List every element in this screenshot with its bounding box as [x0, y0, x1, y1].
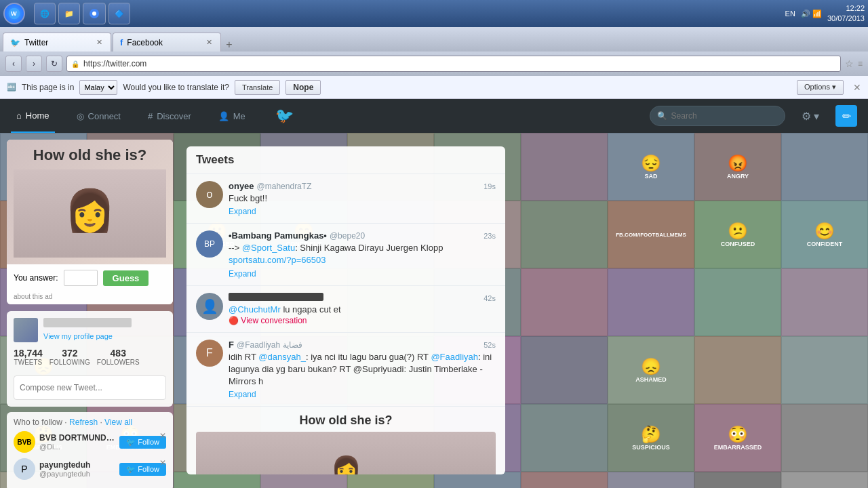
start-button[interactable]: W	[3, 3, 25, 24]
tweet-4-body: F @Faadliyah فضاية 52s idih RT @dansyah_…	[229, 340, 496, 400]
explorer-taskbar-btn[interactable]: 📁	[58, 3, 80, 24]
faadliyah-mention[interactable]: @Faadliyah	[431, 352, 478, 362]
who-to-follow-title: Who to follow · Refresh · View all	[14, 418, 166, 427]
tweet-3-text: @ChuchutMr lu ngapa cut et	[229, 304, 496, 316]
blurred-avatar: 👤	[196, 293, 223, 320]
nav-discover[interactable]: # Discover	[142, 99, 197, 133]
compose-tweet-button[interactable]: ✏	[835, 105, 857, 127]
translate-language-select[interactable]: Malay	[79, 80, 117, 95]
compose-tweet-input[interactable]	[14, 375, 166, 400]
twitter-tab-icon: 🐦	[10, 38, 20, 47]
settings-gear-icon[interactable]: ⚙ ▾	[802, 110, 819, 123]
tweet-2-expand[interactable]: Expand	[229, 269, 496, 279]
nope-button[interactable]: Nope	[285, 80, 321, 95]
search-input[interactable]	[671, 111, 766, 121]
me-icon: 👤	[218, 111, 229, 121]
view-profile-link[interactable]: View my profile page	[43, 332, 113, 340]
tweet-ad-card: How old she is? 👩	[186, 407, 505, 474]
tweet-1-body: onyee @mahendraTZ 19s Fuck bgt!! Expand	[229, 181, 496, 216]
view-conversation-link[interactable]: View conversation	[241, 316, 307, 325]
bvb-avatar: BVB	[14, 431, 35, 453]
nav-home[interactable]: ⌂ Home	[11, 99, 55, 133]
ad-person-image: 👩	[14, 169, 166, 258]
taskbar-icons: 🔊 📶	[801, 9, 822, 18]
twitter-tab-label: Twitter	[24, 38, 48, 47]
left-panel: How old she is? 👩 You answer: Guess abou…	[7, 140, 173, 481]
nav-bar: ‹ › ↻ 🔒 https://twitter.com ☆ ≡	[0, 52, 868, 76]
translate-prompt: Would you like to translate it?	[123, 83, 229, 92]
answer-row: You answer: Guess	[7, 264, 173, 291]
search-icon: 🔍	[657, 111, 667, 121]
guess-button[interactable]: Guess	[103, 270, 149, 286]
tweet-4-expand[interactable]: Expand	[229, 390, 496, 399]
profile-avatar	[14, 318, 38, 342]
translate-close-button[interactable]: ✕	[853, 82, 861, 93]
twitter-header: ⌂ Home ◎ Connect # Discover 👤 Me 🐦 🔍 ⚙ ▾	[0, 99, 868, 133]
sport-satu-link[interactable]: sportsatu.com/?p=66503	[229, 255, 326, 265]
following-stat: 372 FOLLOWING	[50, 348, 90, 366]
twitter-tab-close[interactable]: ✕	[94, 38, 104, 47]
tweet-1-expand[interactable]: Expand	[229, 207, 496, 216]
tweet-3-time: 42s	[484, 294, 496, 302]
tweet-item: F F @Faadliyah فضاية 52s idih RT @dansya…	[186, 333, 505, 407]
facebook-tab-label: Facebook	[127, 38, 163, 47]
tweet-4-header: F @Faadliyah فضاية 52s	[229, 340, 496, 350]
tweets-header: Tweets	[186, 146, 505, 174]
tweet-1-text: Fuck bgt!!	[229, 192, 496, 205]
address-bar[interactable]: 🔒 https://twitter.com	[66, 56, 841, 72]
ie-taskbar-btn[interactable]: 🌐	[34, 3, 56, 24]
options-button[interactable]: Options ▾	[797, 80, 844, 95]
payung-info: payungteduh @payungteduh	[39, 460, 115, 478]
refresh-suggestions-link[interactable]: Refresh	[69, 418, 98, 427]
follow-bird-icon-2: 🐦	[126, 465, 136, 474]
dismiss-bvb-button[interactable]: ✕	[159, 431, 166, 441]
tweet-4-handle: @Faadliyah فضاية	[237, 340, 302, 350]
browser: 🐦 Twitter ✕ f Facebook ✕ + ‹ › ↻ 🔒 https…	[0, 27, 868, 488]
tweet-ad-image: 👩	[196, 432, 496, 474]
taskbar-lang[interactable]: EN	[785, 9, 795, 18]
view-all-suggestions-link[interactable]: View all	[104, 418, 132, 427]
twitter-bird-logo: 🐦	[275, 107, 294, 125]
discover-icon: #	[148, 111, 153, 121]
forward-button[interactable]: ›	[26, 56, 42, 72]
dismiss-payung-button[interactable]: ✕	[159, 458, 166, 468]
tab-facebook[interactable]: f Facebook ✕	[113, 33, 221, 52]
back-button[interactable]: ‹	[5, 56, 22, 72]
age-answer-input[interactable]	[64, 270, 98, 286]
sport-satu-mention[interactable]: @Sport_Satu	[242, 243, 295, 253]
tab-twitter[interactable]: 🐦 Twitter ✕	[3, 33, 111, 52]
tweet-1-name: onyee	[229, 181, 254, 191]
extra-taskbar-btn[interactable]: 🔷	[108, 3, 130, 24]
following-count: 372	[50, 348, 90, 359]
chuchutmr-mention[interactable]: @ChuchutMr	[229, 304, 281, 314]
who-to-follow-panel: Who to follow · Refresh · View all BVB B…	[7, 412, 173, 488]
chrome-taskbar-btn[interactable]	[83, 3, 106, 24]
nav-connect[interactable]: ◎ Connect	[71, 99, 126, 133]
new-tab-button[interactable]: +	[222, 38, 236, 52]
bookmark-star-icon[interactable]: ☆	[845, 58, 854, 69]
search-box[interactable]: 🔍	[650, 106, 785, 126]
nav-me[interactable]: 👤 Me	[213, 99, 251, 133]
profile-card: View my profile page 18,744 TWEETS 372 F…	[7, 311, 173, 407]
followers-count: 483	[97, 348, 140, 359]
tweet-2-body: •Bambang Pamungkas• @bepe20 23s --> @Spo…	[229, 230, 496, 278]
translate-page-in-text: This page is in	[22, 83, 74, 92]
bvb-handle: @Di...	[39, 443, 115, 451]
taskbar: W 🌐 📁 🔷 EN 🔊 📶 12:22 30/07/2013	[0, 0, 868, 27]
followers-stat: 483 FOLLOWERS	[97, 348, 140, 366]
tweet-3-header: 42s	[229, 293, 496, 302]
twitter-page: ⌂ Home ◎ Connect # Discover 👤 Me 🐦 🔍 ⚙ ▾	[0, 99, 868, 488]
tweets-count: 18,744	[14, 348, 43, 359]
dansyah-mention[interactable]: @dansyah_	[258, 352, 306, 362]
translate-button[interactable]: Translate	[235, 80, 280, 95]
tweet-4-name: F	[229, 340, 234, 350]
taskbar-right: EN 🔊 📶 12:22 30/07/2013	[785, 3, 865, 24]
tweet-item: o onyee @mahendraTZ 19s Fuck bgt!! Expan…	[186, 174, 505, 224]
tweet-2-header: •Bambang Pamungkas• @bepe20 23s	[229, 230, 496, 241]
home-icon: ⌂	[16, 110, 22, 121]
refresh-button[interactable]: ↻	[46, 56, 62, 72]
facebook-tab-close[interactable]: ✕	[204, 38, 214, 47]
tweet-4-text: idih RT @dansyah_: iya nci itu lagu baru…	[229, 351, 496, 388]
translate-bar: 🔤 This page is in Malay Would you like t…	[0, 76, 868, 99]
settings-icon[interactable]: ≡	[858, 59, 863, 68]
